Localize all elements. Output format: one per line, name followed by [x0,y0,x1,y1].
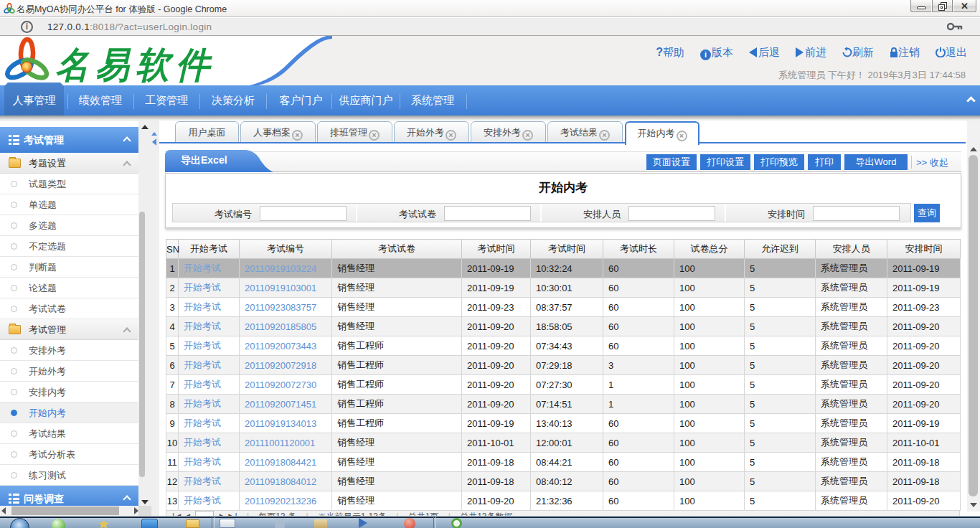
svg-text:i: i [26,64,28,71]
